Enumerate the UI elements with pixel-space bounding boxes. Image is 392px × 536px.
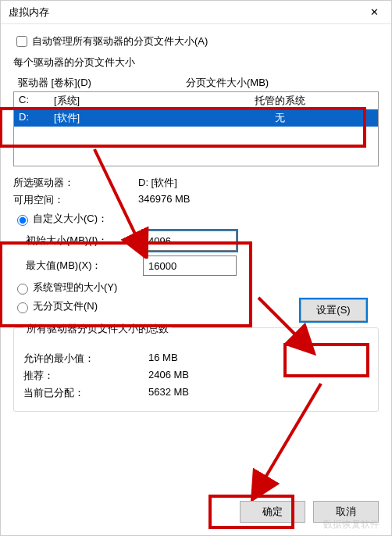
system-managed-radio-row[interactable]: 系统管理的大小(Y)	[13, 281, 379, 295]
ok-button[interactable]: 确定	[240, 501, 305, 523]
max-size-input[interactable]	[143, 255, 237, 276]
recommended-value: 2406 MB	[148, 369, 369, 383]
totals-group-title: 所有驱动器分页文件大小的总数	[23, 322, 172, 336]
available-space-value: 346976 MB	[138, 193, 379, 207]
titlebar: 虚拟内存 ✕	[1, 1, 391, 24]
system-managed-label: 系统管理的大小(Y)	[33, 281, 117, 295]
virtual-memory-dialog: 虚拟内存 ✕ 自动管理所有驱动器的分页文件大小(A) 每个驱动器的分页文件大小 …	[0, 0, 392, 536]
available-space-row: 可用空间： 346976 MB	[13, 193, 379, 207]
current-value: 5632 MB	[148, 386, 369, 400]
drive-letter: C:	[19, 94, 54, 108]
custom-size-radio-row[interactable]: 自定义大小(C)：	[13, 212, 379, 226]
header-drive: 驱动器 [卷标](D)	[18, 76, 186, 90]
min-label: 允许的最小值：	[23, 352, 148, 366]
initial-size-input[interactable]	[143, 230, 237, 251]
selected-drive-row: 所选驱动器： D: [软件]	[13, 176, 379, 190]
min-value: 16 MB	[148, 352, 369, 366]
selected-drive-label: 所选驱动器：	[13, 176, 138, 190]
current-label: 当前已分配：	[23, 386, 148, 400]
drive-volume: [系统]	[54, 94, 187, 108]
selected-drive-value: D: [软件]	[138, 176, 379, 190]
initial-size-label: 初始大小(MB)(I)：	[26, 234, 143, 248]
totals-group: 所有驱动器分页文件大小的总数 允许的最小值： 16 MB 推荐： 2406 MB…	[13, 327, 379, 412]
close-icon: ✕	[370, 6, 379, 18]
max-size-row: 最大值(MB)(X)：	[26, 255, 379, 276]
custom-size-label: 自定义大小(C)：	[33, 212, 108, 226]
drive-volume: [软件]	[54, 111, 187, 125]
content-area: 自动管理所有驱动器的分页文件大小(A) 每个驱动器的分页文件大小 驱动器 [卷标…	[1, 24, 391, 493]
max-size-label: 最大值(MB)(X)：	[26, 259, 143, 273]
no-paging-radio[interactable]	[17, 302, 28, 313]
watermark-text: 数据恢复软件	[323, 518, 380, 531]
drive-list-header: 驱动器 [卷标](D) 分页文件大小(MB)	[13, 74, 379, 91]
available-space-label: 可用空间：	[13, 193, 138, 207]
drive-letter: D:	[19, 111, 54, 125]
table-row[interactable]: C: [系统] 托管的系统	[14, 92, 378, 109]
drives-section-label: 每个驱动器的分页文件大小	[13, 55, 379, 70]
auto-manage-checkbox-row[interactable]: 自动管理所有驱动器的分页文件大小(A)	[13, 34, 379, 49]
window-title: 虚拟内存	[9, 5, 49, 20]
drive-list[interactable]: C: [系统] 托管的系统 D: [软件] 无	[13, 91, 379, 166]
current-row: 当前已分配： 5632 MB	[23, 386, 369, 400]
recommended-label: 推荐：	[23, 369, 148, 383]
set-button[interactable]: 设置(S)	[301, 299, 366, 321]
custom-size-radio[interactable]	[17, 215, 28, 226]
auto-manage-label: 自动管理所有驱动器的分页文件大小(A)	[32, 34, 208, 48]
system-managed-radio[interactable]	[17, 284, 28, 295]
header-size: 分页文件大小(MB)	[186, 76, 374, 90]
initial-size-row: 初始大小(MB)(I)：	[26, 230, 379, 251]
recommended-row: 推荐： 2406 MB	[23, 369, 369, 383]
no-paging-label: 无分页文件(N)	[33, 299, 98, 313]
auto-manage-checkbox[interactable]	[16, 36, 27, 47]
drive-size: 托管的系统	[187, 94, 373, 108]
table-row[interactable]: D: [软件] 无	[14, 109, 378, 127]
drive-size: 无	[187, 111, 373, 125]
min-row: 允许的最小值： 16 MB	[23, 352, 369, 366]
close-button[interactable]: ✕	[357, 1, 391, 24]
